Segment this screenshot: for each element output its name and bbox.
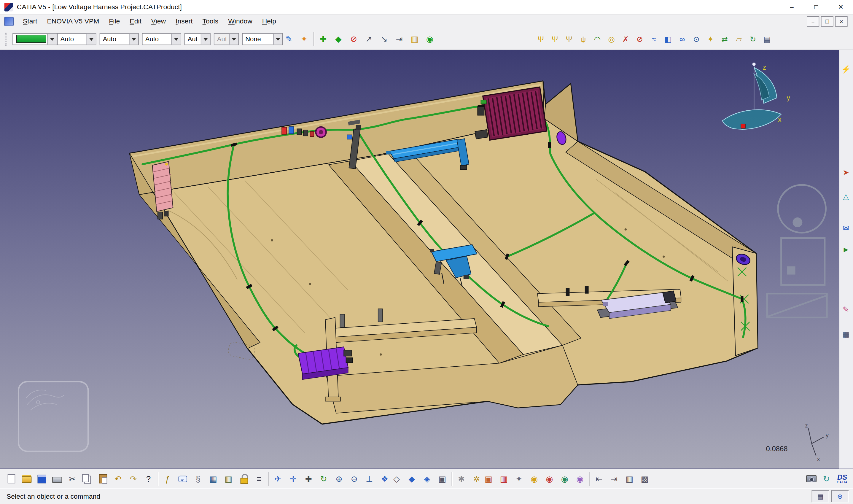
knowledge-gear-icon[interactable]: ✲ [471,473,483,485]
measure-tool-icon[interactable]: △ [840,190,852,202]
new-file-icon[interactable] [5,473,17,485]
translate-manipulator-icon[interactable]: ✚ [317,33,329,45]
previous-view-icon[interactable]: ⇤ [593,473,605,485]
next-view-icon[interactable]: ⇥ [608,473,620,485]
normal-view-icon[interactable]: ⊥ [363,473,375,485]
snap-extremity-icon[interactable]: ⇥ [393,33,405,45]
adaptive-junction-icon[interactable]: ψ [578,33,589,45]
smart-pick-icon[interactable]: ◉ [424,33,436,45]
menu-edit[interactable]: Edit [125,15,146,28]
line-thickness-combo-arrow[interactable] [129,34,138,44]
graphic-filter-combo-arrow[interactable] [273,34,283,44]
fly-mode-icon[interactable]: ✈ [272,473,284,485]
harness-report-icon[interactable]: ▤ [762,33,773,45]
simulation-play-icon[interactable]: ► [840,244,852,255]
point-symbol-combo[interactable]: Auto [142,33,181,45]
graphic-painter-icon[interactable]: ✦ [298,33,310,45]
print-icon[interactable] [51,473,63,485]
menu-tools[interactable]: Tools [198,15,223,28]
layer-combo[interactable]: Aut [214,33,239,45]
copy-icon[interactable] [81,473,93,485]
document-tray-icon[interactable]: ▤ [812,490,829,502]
line-type-combo[interactable]: Auto [57,33,96,45]
product-views-icon[interactable]: ▥ [498,473,510,485]
multi-view-icon[interactable]: ❖ [379,473,391,485]
formula-icon[interactable]: ƒ [162,473,174,485]
turntable-icon[interactable]: ↻ [820,473,832,485]
mdi-close-button[interactable]: ✕ [835,16,847,27]
menu-view[interactable]: View [146,15,170,28]
zoom-in-icon[interactable]: ⊕ [333,473,345,485]
knowledge-inspector-icon[interactable]: ✦ [705,33,716,45]
remove-protection-icon[interactable]: ✗ [620,33,631,45]
document-icon[interactable] [4,17,14,26]
multi-branchable-bundle-icon[interactable]: Ψ [549,33,561,45]
line-thickness-combo[interactable]: Auto [99,33,139,45]
annotate-icon[interactable]: ✎ [840,304,852,315]
check-list-icon[interactable]: ≡ [253,473,265,485]
scene-canvas[interactable]: z y x [0,50,839,469]
branchable-bundle-icon[interactable]: Ψ [536,33,546,45]
mdi-minimize-button[interactable]: – [807,16,819,27]
rendering-style-combo-arrow[interactable] [201,34,210,44]
annotations-icon[interactable]: ◉ [574,473,586,485]
tape-protection-icon[interactable]: ◎ [606,33,617,45]
swap-extremities-icon[interactable]: ⇄ [719,33,730,45]
duplicate-window-icon[interactable]: ▥ [623,473,635,485]
lock-icon[interactable] [238,473,250,485]
select-tool-icon[interactable]: ➤ [840,166,852,178]
tile-windows-icon[interactable]: ▩ [639,473,650,485]
point-symbol-combo-arrow[interactable] [171,34,181,44]
measure-between-icon[interactable]: ◉ [528,473,540,485]
menu-help[interactable]: Help [257,15,281,28]
pan-icon[interactable]: ✚ [303,473,314,485]
line-type-combo-arrow[interactable] [87,34,96,44]
mock-up-icon[interactable]: ▣ [483,473,494,485]
menu-window[interactable]: Window [223,15,257,28]
options-grid-icon[interactable]: ▦ [840,328,852,340]
rendering-style-combo[interactable]: Aut [184,33,211,45]
measure-item-icon[interactable]: ◉ [543,473,555,485]
custom-view-mode-icon[interactable]: ▣ [436,473,448,485]
measure-inertia-icon[interactable]: ◉ [559,473,570,485]
redo-icon[interactable]: ↷ [127,473,139,485]
maximize-button[interactable]: □ [804,0,829,14]
menu-file[interactable]: File [104,15,125,28]
synchronize-icon[interactable]: ↻ [747,33,758,45]
connector-connection-icon[interactable]: ◧ [663,33,674,45]
graphic-color-combo[interactable] [13,33,57,45]
menu-insert[interactable]: Insert [171,15,198,28]
save-icon[interactable] [36,473,48,485]
fit-all-in-icon[interactable]: ✛ [287,473,299,485]
bundle-segment-icon[interactable]: Ψ [564,33,575,45]
right-bracket-plate[interactable] [732,247,758,356]
protective-covering-icon[interactable]: ◠ [592,33,603,45]
update-lock-icon[interactable]: ⊘ [348,33,360,45]
menu-start[interactable]: Start [18,15,42,28]
viewport-3d[interactable]: z y x [0,50,853,469]
communicate-icon[interactable]: ✉ [840,222,852,234]
shaded-view-icon[interactable]: ◆ [406,473,418,485]
paste-icon[interactable] [97,473,109,485]
ruler-icon[interactable]: ▥ [409,33,420,45]
power-input-tray-icon[interactable]: ⊕ [831,490,849,502]
undo-icon[interactable]: ↶ [112,473,124,485]
close-button[interactable]: ✕ [829,0,853,14]
flatten-bundle-icon[interactable]: ▱ [733,33,744,45]
wireframe-view-icon[interactable]: ◇ [391,473,402,485]
snap-point-icon[interactable]: ↗ [363,33,375,45]
graphic-filter-combo[interactable]: None [242,33,283,45]
minimize-button[interactable]: – [779,0,804,14]
design-table-icon[interactable]: ▦ [207,473,219,485]
screenshot-camera-icon[interactable] [805,473,817,485]
link-bundle-icon[interactable]: ∞ [677,33,688,45]
open-folder-icon[interactable] [21,473,33,485]
gear-options-icon[interactable]: ✱ [455,473,467,485]
catalog-icon[interactable]: § [192,473,204,485]
rotate-icon[interactable]: ↻ [317,473,329,485]
compass-manipulator-icon[interactable]: ◆ [332,33,344,45]
shaded-edges-view-icon[interactable]: ◈ [421,473,433,485]
graphic-color-combo-arrow[interactable] [48,34,57,44]
whats-this-icon[interactable]: ? [143,473,155,485]
toolbar-grip[interactable] [5,32,9,46]
